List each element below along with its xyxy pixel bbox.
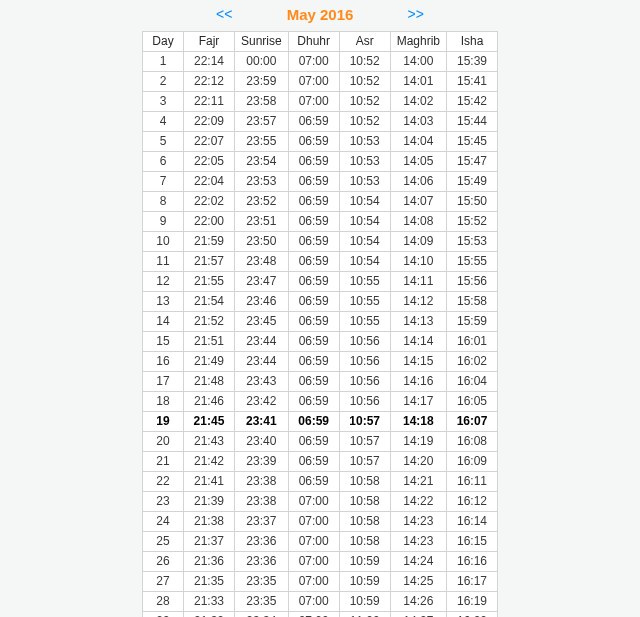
table-row: 2821:3323:3507:0010:5914:2616:19 <box>142 591 497 611</box>
time-cell: 22:00 <box>183 211 234 231</box>
month-title: May 2016 <box>287 6 354 23</box>
time-cell: 10:52 <box>339 71 390 91</box>
col-header-isha: Isha <box>447 31 498 51</box>
time-cell: 23:44 <box>234 351 288 371</box>
time-cell: 07:00 <box>288 491 339 511</box>
time-cell: 07:00 <box>288 571 339 591</box>
time-cell: 23:38 <box>234 471 288 491</box>
col-header-maghrib: Maghrib <box>390 31 446 51</box>
time-cell: 14:05 <box>390 151 446 171</box>
time-cell: 06:59 <box>288 351 339 371</box>
next-month-link[interactable]: >> <box>408 6 424 22</box>
time-cell: 22:05 <box>183 151 234 171</box>
time-cell: 21:59 <box>183 231 234 251</box>
time-cell: 00:00 <box>234 51 288 71</box>
time-cell: 10:54 <box>339 251 390 271</box>
table-row: 522:0723:5506:5910:5314:0415:45 <box>142 131 497 151</box>
time-cell: 23:48 <box>234 251 288 271</box>
time-cell: 23:34 <box>234 611 288 617</box>
day-cell: 15 <box>142 331 183 351</box>
time-cell: 16:02 <box>447 351 498 371</box>
day-cell: 16 <box>142 351 183 371</box>
table-row: 2421:3823:3707:0010:5814:2316:14 <box>142 511 497 531</box>
col-header-dhuhr: Dhuhr <box>288 31 339 51</box>
time-cell: 14:24 <box>390 551 446 571</box>
day-cell: 22 <box>142 471 183 491</box>
time-cell: 14:10 <box>390 251 446 271</box>
time-cell: 21:41 <box>183 471 234 491</box>
time-cell: 23:52 <box>234 191 288 211</box>
col-header-sunrise: Sunrise <box>234 31 288 51</box>
time-cell: 22:11 <box>183 91 234 111</box>
time-cell: 10:53 <box>339 151 390 171</box>
table-row: 2221:4123:3806:5910:5814:2116:11 <box>142 471 497 491</box>
day-cell: 8 <box>142 191 183 211</box>
time-cell: 16:15 <box>447 531 498 551</box>
time-cell: 23:58 <box>234 91 288 111</box>
time-cell: 14:17 <box>390 391 446 411</box>
day-cell: 11 <box>142 251 183 271</box>
time-cell: 21:38 <box>183 511 234 531</box>
time-cell: 14:06 <box>390 171 446 191</box>
time-cell: 21:46 <box>183 391 234 411</box>
time-cell: 06:59 <box>288 451 339 471</box>
time-cell: 14:14 <box>390 331 446 351</box>
time-cell: 23:38 <box>234 491 288 511</box>
time-cell: 10:59 <box>339 591 390 611</box>
table-row: 922:0023:5106:5910:5414:0815:52 <box>142 211 497 231</box>
time-cell: 15:53 <box>447 231 498 251</box>
time-cell: 16:08 <box>447 431 498 451</box>
time-cell: 10:58 <box>339 491 390 511</box>
time-cell: 06:59 <box>288 151 339 171</box>
time-cell: 21:54 <box>183 291 234 311</box>
time-cell: 23:51 <box>234 211 288 231</box>
time-cell: 06:59 <box>288 111 339 131</box>
time-cell: 10:56 <box>339 351 390 371</box>
time-cell: 10:55 <box>339 271 390 291</box>
table-row: 1621:4923:4406:5910:5614:1516:02 <box>142 351 497 371</box>
time-cell: 23:45 <box>234 311 288 331</box>
table-row: 2621:3623:3607:0010:5914:2416:16 <box>142 551 497 571</box>
time-cell: 14:09 <box>390 231 446 251</box>
table-row: 622:0523:5406:5910:5314:0515:47 <box>142 151 497 171</box>
time-cell: 21:45 <box>183 411 234 431</box>
time-cell: 06:59 <box>288 231 339 251</box>
time-cell: 10:56 <box>339 331 390 351</box>
time-cell: 15:47 <box>447 151 498 171</box>
time-cell: 21:57 <box>183 251 234 271</box>
time-cell: 16:04 <box>447 371 498 391</box>
time-cell: 10:58 <box>339 471 390 491</box>
day-cell: 26 <box>142 551 183 571</box>
time-cell: 06:59 <box>288 171 339 191</box>
table-row: 1121:5723:4806:5910:5414:1015:55 <box>142 251 497 271</box>
table-row: 822:0223:5206:5910:5414:0715:50 <box>142 191 497 211</box>
table-row: 2321:3923:3807:0010:5814:2216:12 <box>142 491 497 511</box>
time-cell: 15:50 <box>447 191 498 211</box>
day-cell: 20 <box>142 431 183 451</box>
time-cell: 14:15 <box>390 351 446 371</box>
time-cell: 16:01 <box>447 331 498 351</box>
time-cell: 07:00 <box>288 611 339 617</box>
day-cell: 5 <box>142 131 183 151</box>
month-nav: << May 2016 >> <box>0 4 640 31</box>
time-cell: 14:01 <box>390 71 446 91</box>
time-cell: 15:58 <box>447 291 498 311</box>
time-cell: 16:09 <box>447 451 498 471</box>
time-cell: 15:41 <box>447 71 498 91</box>
table-row: 122:1400:0007:0010:5214:0015:39 <box>142 51 497 71</box>
time-cell: 15:55 <box>447 251 498 271</box>
prev-month-link[interactable]: << <box>216 6 232 22</box>
time-cell: 15:39 <box>447 51 498 71</box>
time-cell: 23:55 <box>234 131 288 151</box>
time-cell: 10:58 <box>339 531 390 551</box>
table-header-row: DayFajrSunriseDhuhrAsrMaghribIsha <box>142 31 497 51</box>
time-cell: 06:59 <box>288 391 339 411</box>
table-row: 1021:5923:5006:5910:5414:0915:53 <box>142 231 497 251</box>
time-cell: 15:44 <box>447 111 498 131</box>
time-cell: 14:11 <box>390 271 446 291</box>
time-cell: 21:39 <box>183 491 234 511</box>
time-cell: 07:00 <box>288 551 339 571</box>
time-cell: 14:22 <box>390 491 446 511</box>
time-cell: 15:52 <box>447 211 498 231</box>
time-cell: 10:55 <box>339 311 390 331</box>
